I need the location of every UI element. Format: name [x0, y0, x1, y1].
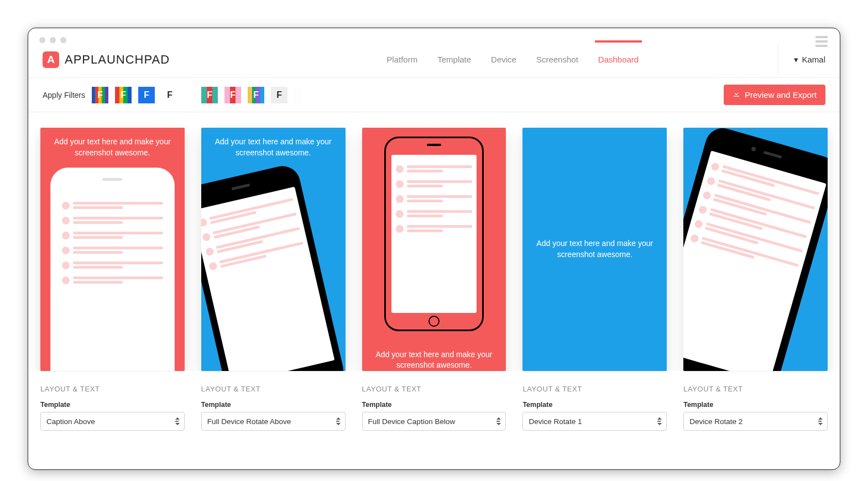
field-label: Template — [683, 401, 828, 409]
device-mockup — [384, 137, 484, 331]
field-label: Template — [201, 401, 346, 409]
caret-down-icon: ▾ — [794, 55, 798, 65]
filters-bar: Apply Filters FFFFFFFF Preview and Expor… — [28, 78, 840, 112]
filter-swatch[interactable]: F — [224, 87, 241, 103]
nav-screenshot[interactable]: Screenshot — [536, 50, 578, 69]
filter-swatch[interactable] — [294, 87, 302, 103]
layout-controls: LAYOUT & TEXT Template Full Device Rotat… — [201, 371, 346, 431]
export-button-label: Preview and Export — [745, 90, 817, 100]
screenshot-caption: Add your text here and make your screens… — [522, 229, 667, 269]
section-heading: LAYOUT & TEXT — [40, 385, 185, 393]
filter-swatch[interactable]: F — [115, 87, 132, 103]
logo-icon: A — [43, 51, 59, 68]
filter-swatch[interactable]: F — [248, 87, 264, 103]
section-heading: LAYOUT & TEXT — [522, 385, 667, 393]
field-label: Template — [362, 401, 506, 409]
filter-swatch[interactable]: F — [201, 87, 218, 103]
screenshot-slot: Add your text here and make your screens… — [40, 128, 185, 371]
template-select[interactable]: Full Device Caption Below — [362, 412, 506, 431]
screenshot-slot — [683, 128, 828, 371]
filter-swatch[interactable]: F — [161, 87, 178, 103]
device-mockup — [683, 128, 828, 371]
filter-swatch[interactable]: F — [92, 87, 108, 103]
field-label: Template — [40, 401, 185, 409]
screenshot-slot: Add your text here and make your screens… — [201, 128, 346, 371]
filter-swatch[interactable]: F — [271, 87, 287, 103]
user-name: Kamal — [802, 55, 825, 64]
filter-swatches: FFFFFFFF — [92, 87, 302, 103]
section-heading: LAYOUT & TEXT — [201, 385, 346, 393]
screenshot-slot: Add your text here and make your screens… — [522, 128, 667, 371]
nav-dashboard[interactable]: Dashboard — [598, 50, 639, 69]
filters-label: Apply Filters — [43, 91, 85, 100]
screenshot-preview[interactable]: Add your text here and make your screens… — [201, 128, 346, 371]
template-select[interactable]: Device Rotate 2 — [683, 412, 828, 431]
nav-template[interactable]: Template — [437, 50, 471, 69]
nav-device[interactable]: Device — [491, 50, 516, 69]
layout-controls: LAYOUT & TEXT Template Full Device Capti… — [362, 371, 506, 431]
screenshot-preview[interactable]: Add your text here and make your screens… — [362, 128, 506, 371]
filter-swatch[interactable]: F — [138, 87, 155, 103]
screenshot-preview[interactable] — [683, 128, 828, 371]
screenshot-caption: Add your text here and make your screens… — [40, 128, 185, 167]
layout-controls: LAYOUT & TEXT Template Device Rotate 2 — [683, 371, 828, 431]
user-menu[interactable]: ▾ Kamal — [778, 45, 825, 75]
template-select[interactable]: Full Device Rotate Above — [201, 412, 346, 431]
template-select[interactable]: Caption Above — [40, 412, 185, 431]
screenshot-caption: Add your text here and make your screens… — [362, 349, 506, 371]
template-select[interactable]: Device Rotate 1 — [522, 412, 667, 431]
section-heading: LAYOUT & TEXT — [362, 385, 506, 393]
header: A APPLAUNCHPAD Platform Template Device … — [28, 28, 840, 78]
screenshot-slot: Add your text here and make your screens… — [362, 128, 506, 371]
screenshot-preview[interactable]: Add your text here and make your screens… — [40, 128, 185, 371]
section-heading: LAYOUT & TEXT — [683, 385, 828, 393]
app-window: A APPLAUNCHPAD Platform Template Device … — [28, 28, 840, 470]
main-nav: Platform Template Device Screenshot Dash… — [309, 50, 639, 69]
window-traffic-lights — [39, 37, 66, 43]
screenshot-caption: Add your text here and make your screens… — [201, 128, 346, 167]
device-mockup — [50, 168, 175, 371]
device-mockup — [201, 163, 346, 371]
layout-controls-row: LAYOUT & TEXT Template Caption Above LAY… — [28, 371, 840, 431]
screenshot-preview[interactable]: Add your text here and make your screens… — [522, 128, 667, 371]
brand-name: APPLAUNCHPAD — [65, 53, 170, 67]
field-label: Template — [522, 401, 667, 409]
download-icon — [733, 90, 740, 100]
preview-export-button[interactable]: Preview and Export — [724, 85, 825, 105]
hamburger-menu-icon[interactable] — [815, 36, 828, 47]
nav-platform[interactable]: Platform — [386, 50, 417, 69]
layout-controls: LAYOUT & TEXT Template Caption Above — [40, 371, 185, 431]
layout-controls: LAYOUT & TEXT Template Device Rotate 1 — [522, 371, 667, 431]
preview-canvas: Add your text here and make your screens… — [28, 112, 840, 371]
